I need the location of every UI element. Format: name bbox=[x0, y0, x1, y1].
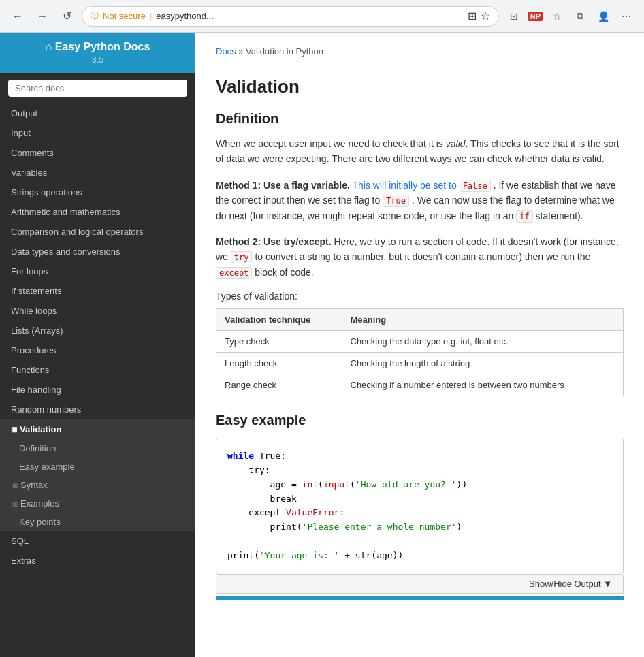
reload-button[interactable]: ↺ bbox=[57, 7, 76, 26]
types-label: Types of validation: bbox=[216, 291, 624, 302]
method1-block: Method 1: Use a flag variable. This will… bbox=[216, 178, 624, 223]
translate-icon: ⊞ bbox=[468, 10, 477, 22]
technique-2: Length check bbox=[216, 353, 342, 374]
str-howold: 'How old are you? ' bbox=[355, 479, 457, 490]
sidebar-title: ⌂ Easy Python Docs bbox=[11, 41, 184, 53]
sidebar-item-output[interactable]: Output bbox=[0, 103, 195, 123]
expand-examples-icon: ⊞ bbox=[12, 500, 18, 508]
kw-int: int bbox=[302, 479, 318, 490]
sidebar-item-lists[interactable]: Lists (Arrays) bbox=[0, 321, 195, 340]
browser-chrome: ← → ↺ ⓘ Not secure | easypythond... ⊞ ☆ … bbox=[0, 0, 644, 33]
code-line-7 bbox=[227, 534, 612, 549]
sidebar-subitem-definition[interactable]: Definition bbox=[0, 439, 195, 458]
sidebar-item-functions[interactable]: Functions bbox=[0, 360, 195, 380]
method2-label: Method 2: Use try/except. bbox=[216, 236, 332, 247]
true-code: True bbox=[383, 195, 409, 207]
more-btn[interactable]: ⋯ bbox=[617, 7, 636, 26]
app-container: ⌂ Easy Python Docs 3.5 Output Input Comm… bbox=[0, 33, 644, 657]
sidebar-subitem-easy-example[interactable]: Easy example bbox=[0, 458, 195, 476]
sidebar-item-data-types[interactable]: Data types and conversions bbox=[0, 242, 195, 261]
code-line-1: while True: bbox=[227, 449, 612, 464]
sidebar-subitem-key-points[interactable]: Key points bbox=[0, 513, 195, 531]
method1-label: Method 1: Use a flag variable. bbox=[216, 180, 350, 191]
definition-title: Definition bbox=[216, 111, 624, 127]
sidebar-item-extras[interactable]: Extras bbox=[0, 551, 195, 571]
meaning-2: Checking the length of a string bbox=[342, 353, 624, 374]
back-button[interactable]: ← bbox=[8, 7, 27, 26]
browser-actions: ⊡ NP ☆ ⧉ 👤 ⋯ bbox=[504, 7, 636, 26]
try-code: try bbox=[231, 251, 253, 263]
code-block: while True: try: age = int(input('How ol… bbox=[216, 438, 624, 574]
code-line-2: try: bbox=[227, 464, 612, 478]
technique-1: Type check bbox=[216, 331, 342, 353]
breadcrumb-current: Validation in Python bbox=[246, 46, 323, 57]
breadcrumb: Docs » Validation in Python bbox=[216, 46, 624, 65]
sidebar-version: 3.5 bbox=[11, 54, 184, 65]
forward-button[interactable]: → bbox=[33, 7, 52, 26]
expand-syntax-icon: ⊞ bbox=[12, 482, 18, 490]
show-hide-output[interactable]: Show/Hide Output ▼ bbox=[216, 575, 624, 594]
address-bar[interactable]: ⓘ Not secure | easypythond... ⊞ ☆ bbox=[82, 6, 499, 27]
sidebar-item-random-numbers[interactable]: Random numbers bbox=[0, 400, 195, 419]
sidebar-item-strings[interactable]: Strings operations bbox=[0, 182, 195, 202]
sidebar: ⌂ Easy Python Docs 3.5 Output Input Comm… bbox=[0, 33, 195, 657]
url-text: easypythond... bbox=[156, 11, 463, 21]
easy-example-title: Easy example bbox=[216, 413, 624, 428]
table-col2: Meaning bbox=[342, 309, 624, 331]
sidebar-item-procedures[interactable]: Procedures bbox=[0, 340, 195, 360]
meaning-1: Checking the data type e.g. int, float e… bbox=[342, 331, 624, 353]
sidebar-item-comparison[interactable]: Comparison and logical operators bbox=[0, 222, 195, 242]
code-line-3: age = int(input('How old are you? ')) bbox=[227, 478, 612, 492]
meaning-3: Checking if a number entered is between … bbox=[342, 374, 624, 396]
home-icon: ⌂ bbox=[46, 41, 52, 52]
str-yourage: 'Your age is: ' bbox=[259, 550, 339, 560]
collapse-icon: ▣ bbox=[11, 426, 17, 433]
validation-table: Validation technique Meaning Type check … bbox=[216, 308, 624, 396]
secure-label: Not secure bbox=[103, 11, 146, 21]
method1-desc: This will initially be set to bbox=[352, 180, 459, 191]
if-code: if bbox=[516, 210, 532, 223]
sidebar-item-for-loops[interactable]: For loops bbox=[0, 261, 195, 281]
except-code: except bbox=[216, 267, 252, 279]
code-line-8: print('Your age is: ' + str(age)) bbox=[227, 549, 612, 563]
false-code: False bbox=[460, 180, 491, 192]
star-icon: ☆ bbox=[481, 10, 490, 22]
str-pleasenter: 'Please enter a whole number' bbox=[302, 522, 457, 532]
sidebar-subitem-syntax[interactable]: ⊞Syntax bbox=[0, 476, 195, 494]
breadcrumb-sep: » bbox=[238, 46, 243, 57]
sidebar-item-comments[interactable]: Comments bbox=[0, 143, 195, 163]
table-row: Type check Checking the data type e.g. i… bbox=[216, 331, 624, 353]
windows-btn[interactable]: ⧉ bbox=[570, 7, 590, 26]
kw-valueerror: ValueError bbox=[286, 507, 339, 517]
sidebar-nav: Output Input Comments Variables Strings … bbox=[0, 103, 195, 657]
code-line-6: print('Please enter a whole number') bbox=[227, 520, 612, 534]
breadcrumb-docs-link[interactable]: Docs bbox=[216, 46, 236, 57]
bookmark-btn[interactable]: ☆ bbox=[547, 7, 566, 26]
sidebar-search bbox=[0, 73, 195, 103]
technique-3: Range check bbox=[216, 374, 342, 396]
sidebar-item-validation[interactable]: ▣ Validation bbox=[0, 419, 195, 439]
sidebar-item-while-loops[interactable]: While loops bbox=[0, 301, 195, 321]
kw-while: while bbox=[227, 451, 254, 461]
sidebar-item-variables[interactable]: Variables bbox=[0, 163, 195, 182]
ext-btn-1[interactable]: ⊡ bbox=[504, 7, 524, 26]
method2-block: Method 2: Use try/except. Here, we try t… bbox=[216, 234, 624, 280]
table-col1: Validation technique bbox=[216, 309, 342, 331]
sidebar-item-file-handling[interactable]: File handling bbox=[0, 380, 195, 400]
kw-input: input bbox=[323, 479, 350, 490]
table-row: Length check Checking the length of a st… bbox=[216, 353, 624, 374]
sidebar-item-input[interactable]: Input bbox=[0, 123, 195, 143]
sidebar-header: ⌂ Easy Python Docs 3.5 bbox=[0, 33, 195, 73]
profile-btn[interactable]: 👤 bbox=[594, 7, 613, 26]
search-input[interactable] bbox=[8, 80, 187, 97]
sidebar-item-if-statements[interactable]: If statements bbox=[0, 281, 195, 301]
sidebar-subitem-examples[interactable]: ⊞Examples bbox=[0, 494, 195, 513]
code-line-4: break bbox=[227, 492, 612, 507]
lock-icon: ⓘ bbox=[91, 10, 99, 22]
definition-para1: When we accept user input we need to che… bbox=[216, 136, 624, 167]
sidebar-item-arithmetic[interactable]: Arithmetic and mathematics bbox=[0, 202, 195, 222]
table-row: Range check Checking if a number entered… bbox=[216, 374, 624, 396]
code-line-5: except ValueError: bbox=[227, 506, 612, 520]
sidebar-item-sql[interactable]: SQL bbox=[0, 531, 195, 551]
main-content: Docs » Validation in Python Validation D… bbox=[195, 33, 644, 657]
